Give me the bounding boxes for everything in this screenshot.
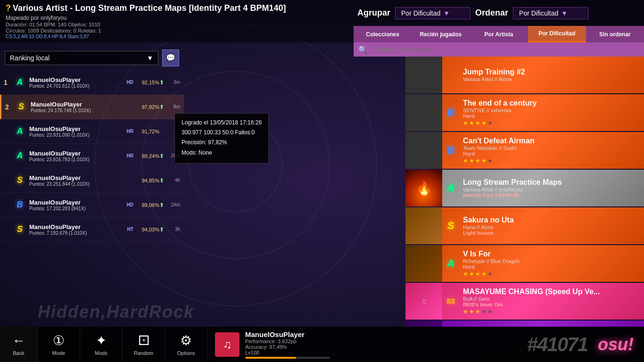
list-item[interactable]: S Sakura no Uta Hana // Alyce Light Insa… bbox=[405, 207, 644, 244]
song-artist: BoA // Gero bbox=[463, 296, 640, 302]
lb-rank: 2 bbox=[5, 103, 15, 111]
group-sort-bar: Agrupar Por Dificultad ▼ Ordenar Por Dif… bbox=[354, 0, 644, 26]
ranking-dropdown[interactable]: Ranking local ▼ bbox=[5, 51, 158, 65]
tooltip-precision: Precisión: 97,82% bbox=[182, 138, 262, 147]
song-info: Long Stream Practice Maps Various Artist… bbox=[442, 176, 644, 200]
accuracy-stat: Accuracy: 97,49% bbox=[245, 344, 520, 350]
leaderboard-entry[interactable]: A ManuelOsuPlayer Puntos: 23.816.783 (1.… bbox=[0, 144, 184, 168]
ranking-panel: Ranking local ▼ 💬 1 A ManuelOsuPlayer Pu… bbox=[0, 47, 184, 327]
sort-dropdown-arrow: ▼ bbox=[561, 9, 568, 17]
leaderboard-entry[interactable]: S ManuelOsuPlayer Puntos: 23.251.844 (1.… bbox=[0, 168, 184, 193]
lb-acc: 89,06% bbox=[133, 202, 159, 208]
mode-label: Mode bbox=[52, 350, 66, 356]
lb-grade: A bbox=[13, 77, 26, 87]
xp-bar-fill bbox=[245, 357, 296, 359]
back-button[interactable]: ← Back bbox=[0, 327, 38, 362]
list-item[interactable]: 📊 Kick Me Sleeping With Sirens // bbox=[405, 321, 644, 327]
tab-sin-ordenar[interactable]: Sin ordenar bbox=[586, 26, 644, 42]
score-display: #41071 bbox=[527, 333, 587, 356]
chat-button[interactable]: 💬 bbox=[162, 49, 179, 66]
rank-badge: SS bbox=[442, 293, 459, 310]
tab-por-artista[interactable]: Por Artista bbox=[470, 26, 528, 42]
lb-acc: 91,72% bbox=[133, 129, 159, 134]
leaderboard-entry[interactable]: 1 A ManuelOsuPlayer Puntos: 24.701.612 (… bbox=[0, 70, 184, 95]
lb-player: ManuelOsuPlayer bbox=[29, 150, 112, 157]
list-item[interactable]: Jump Training #2 Various Artist // Alone bbox=[405, 57, 644, 93]
song-name: V Is For bbox=[463, 250, 640, 258]
options-button[interactable]: ⚙ Options bbox=[165, 327, 207, 362]
song-thumbnail bbox=[405, 132, 442, 169]
lb-grade: S bbox=[15, 102, 28, 112]
lb-mods: HT bbox=[115, 227, 133, 232]
lb-player: ManuelOsuPlayer bbox=[29, 174, 112, 181]
ranking-dropdown-arrow: ▼ bbox=[147, 54, 153, 62]
lb-rank: 1 bbox=[4, 79, 13, 86]
lb-score: Puntos: 7.192.679 (1.010X) bbox=[29, 230, 112, 236]
options-icon: ⚙ bbox=[180, 333, 192, 348]
song-diff: Identity Part 4 BPM140 bbox=[463, 192, 640, 198]
performance-stat: Performance: 3.632pp bbox=[245, 338, 520, 344]
song-name: The end of a century bbox=[463, 99, 640, 107]
song-info: Sakura no Uta Hana // Alyce Light Insane bbox=[442, 214, 644, 238]
song-diff: Hard bbox=[463, 113, 640, 119]
tooltip-mods: Mods: None bbox=[182, 148, 262, 157]
lb-time: 4h bbox=[167, 178, 180, 183]
sort-dropdown[interactable]: Por Dificultad ▼ bbox=[513, 7, 588, 19]
song-name: Long Stream Practice Maps bbox=[463, 178, 640, 187]
tooltip-date: Logrado el 13/05/2018 17:16:26 bbox=[182, 118, 262, 127]
tab-colecciones[interactable]: Colecciones bbox=[354, 26, 412, 42]
back-label: Back bbox=[13, 350, 24, 356]
list-item[interactable]: A V Is For Rchetype // Blue Dragon Hard … bbox=[405, 245, 644, 282]
lb-acc: 92,15% bbox=[133, 80, 159, 85]
tab-por-dificultad[interactable]: Por Dificultad bbox=[528, 26, 586, 42]
song-artist: Team Nekokan // Sushi bbox=[463, 145, 640, 151]
group-dropdown-arrow: ▼ bbox=[443, 9, 450, 17]
mode-button[interactable]: ① Mode bbox=[38, 327, 80, 362]
song-diff: Light Insane bbox=[463, 230, 640, 236]
mods-label: Mods bbox=[95, 350, 107, 356]
search-input[interactable] bbox=[371, 46, 639, 53]
search-bar[interactable]: 🔍 bbox=[354, 42, 644, 57]
song-diff: Hard bbox=[463, 264, 640, 270]
lb-score: Puntos: 23.816.783 (1.010X) bbox=[29, 157, 112, 162]
lb-mods: HR bbox=[115, 153, 133, 158]
random-button[interactable]: ⚀ Random bbox=[123, 327, 165, 362]
star-rating: ★ ★ ★ ★ ★ bbox=[463, 120, 640, 126]
player-name: ManuelOsuPlayer bbox=[245, 330, 520, 338]
osu-logo: osu! bbox=[587, 327, 644, 362]
song-diff: Hard bbox=[463, 151, 640, 156]
lb-up-icon: ⬆ bbox=[159, 177, 167, 184]
lb-grade: S bbox=[13, 224, 26, 234]
list-item-active[interactable]: 🔥 A Long Stream Practice Maps Various Ar… bbox=[405, 170, 644, 206]
sort-label: Ordenar bbox=[475, 8, 508, 18]
song-artist: SENTIVE // xxheroxx bbox=[463, 107, 640, 113]
leaderboard-entry[interactable]: B ManuelOsuPlayer Puntos: 17.202.283 (84… bbox=[0, 193, 184, 217]
music-note-icon: ♫ bbox=[215, 332, 239, 357]
rank-badge: A bbox=[442, 180, 459, 197]
lb-player: ManuelOsuPlayer bbox=[29, 199, 112, 206]
leaderboard-entry-active[interactable]: 2 S ManuelOsuPlayer Puntos: 24.176.748 (… bbox=[0, 95, 184, 119]
bottom-bar: ← Back ① Mode ✦ Mods ⚀ Random ⚙ Options … bbox=[0, 327, 644, 362]
leaderboard-entry[interactable]: A ManuelOsuPlayer Puntos: 23.931.090 (1.… bbox=[0, 119, 184, 144]
lb-score: Puntos: 24.701.612 (1.010X) bbox=[29, 83, 112, 89]
song-thumbnail bbox=[405, 57, 442, 93]
leaderboard-entry[interactable]: S ManuelOsuPlayer Puntos: 7.192.679 (1.0… bbox=[0, 217, 184, 242]
song-info: Can't Defeat Airman Team Nekokan // Sush… bbox=[442, 135, 644, 166]
mods-button[interactable]: ✦ Mods bbox=[80, 327, 123, 362]
list-item[interactable]: ♫ SS MASAYUME CHASING (Speed Up Ve... Bo… bbox=[405, 283, 644, 320]
tab-recien-jugados[interactable]: Recién jugados bbox=[412, 26, 470, 42]
group-dropdown[interactable]: Por Dificultad ▼ bbox=[395, 7, 471, 19]
list-item[interactable]: B Can't Defeat Airman Team Nekokan // Su… bbox=[405, 132, 644, 169]
rank-badge: A bbox=[442, 255, 459, 272]
lb-grade: B bbox=[13, 200, 26, 210]
list-item[interactable]: B The end of a century SENTIVE // xxhero… bbox=[405, 94, 644, 131]
player-info: ManuelOsuPlayer Performance: 3.632pp Acc… bbox=[245, 330, 520, 359]
lb-time: 8m bbox=[167, 104, 180, 109]
song-name: MASAYUME CHASING (Speed Up Ve... bbox=[463, 288, 640, 296]
song-thumbnail bbox=[405, 207, 442, 244]
tab-bar: Colecciones Recién jugados Por Artista P… bbox=[354, 26, 644, 42]
song-artist: Various Artist // onlyforyou bbox=[463, 187, 640, 192]
lb-player: ManuelOsuPlayer bbox=[29, 223, 112, 230]
lb-acc: 94,03% bbox=[133, 227, 159, 232]
lb-mods: HD bbox=[115, 202, 133, 207]
